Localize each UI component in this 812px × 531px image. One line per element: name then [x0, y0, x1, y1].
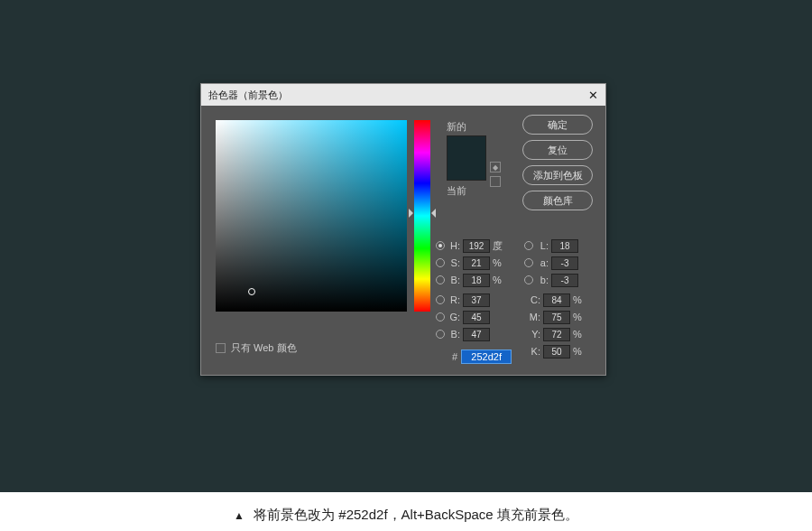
caption-text: 将前景色改为 #252d2f，Alt+BackSpace 填充前景色。: [254, 507, 578, 522]
current-color-label: 当前: [447, 184, 486, 198]
input-b-hsb[interactable]: [463, 274, 490, 287]
unit-c: %: [573, 294, 586, 305]
label-y: Y:: [524, 329, 540, 340]
color-library-button[interactable]: 颜色库: [522, 191, 593, 210]
web-only-checkbox[interactable]: [216, 343, 226, 353]
label-k: K:: [524, 346, 540, 357]
color-values-grid: H: 度 L: S: % a:: [436, 238, 593, 360]
label-a: a:: [536, 257, 549, 268]
dialog-body: 新的 当前 ◆ 确定 复位 添加到色板 颜色库 H: 度: [201, 106, 605, 375]
radio-a[interactable]: [524, 258, 533, 267]
caption: ▲ 将前景色改为 #252d2f，Alt+BackSpace 填充前景色。: [0, 507, 812, 524]
warning-icons: ◆: [490, 162, 501, 187]
label-s: S:: [448, 257, 460, 268]
input-l[interactable]: [551, 239, 578, 253]
color-picker-dialog: 拾色器（前景色） ✕ 新的 当前 ◆ 确定 复位: [200, 83, 606, 376]
hue-marker-right-icon: [431, 209, 436, 218]
hex-row: #: [452, 349, 512, 364]
unit-y: %: [573, 329, 586, 340]
saturation-brightness-field[interactable]: [216, 120, 407, 312]
radio-b-lab[interactable]: [524, 275, 533, 284]
add-to-swatches-button[interactable]: 添加到色板: [522, 165, 593, 185]
input-k[interactable]: [543, 345, 570, 359]
unit-m: %: [573, 312, 586, 322]
unit-b-hsb: %: [493, 275, 505, 285]
input-r[interactable]: [463, 293, 490, 307]
unit-s: %: [493, 257, 505, 268]
input-g[interactable]: [463, 311, 490, 324]
label-b-hsb: B:: [448, 275, 460, 285]
label-b-lab: b:: [536, 275, 549, 285]
triangle-icon: ▲: [234, 509, 245, 522]
new-color-label: 新的: [447, 120, 486, 134]
radio-l[interactable]: [524, 241, 533, 250]
input-h[interactable]: [463, 239, 490, 253]
input-c[interactable]: [543, 293, 570, 307]
unit-k: %: [573, 346, 586, 357]
radio-r[interactable]: [436, 295, 445, 304]
color-swatch-area: 新的 当前: [447, 120, 486, 198]
input-m[interactable]: [543, 311, 570, 324]
hex-input[interactable]: [461, 349, 512, 364]
web-only-option: 只有 Web 颜色: [216, 341, 297, 355]
current-color-swatch[interactable]: [448, 158, 485, 180]
input-b-rgb[interactable]: [463, 328, 490, 341]
input-b-lab[interactable]: [551, 274, 578, 287]
dialog-title: 拾色器（前景色）: [208, 88, 288, 102]
label-l: L:: [536, 240, 549, 251]
input-s[interactable]: [463, 256, 490, 270]
input-a[interactable]: [551, 256, 578, 270]
label-g: G:: [448, 312, 460, 322]
web-only-label: 只有 Web 颜色: [231, 341, 297, 355]
dialog-buttons: 确定 复位 添加到色板 颜色库: [522, 115, 593, 210]
radio-b-rgb[interactable]: [436, 330, 445, 339]
gamut-warning-icon[interactable]: ◆: [490, 162, 501, 172]
new-color-swatch[interactable]: [448, 136, 485, 158]
hue-slider[interactable]: [414, 120, 430, 312]
radio-b-hsb[interactable]: [436, 275, 445, 284]
hue-marker-left-icon: [409, 209, 413, 218]
hex-prefix: #: [452, 351, 457, 362]
titlebar: 拾色器（前景色） ✕: [201, 84, 605, 106]
radio-g[interactable]: [436, 312, 445, 321]
label-c: C:: [524, 294, 540, 305]
input-y[interactable]: [543, 328, 570, 341]
radio-s[interactable]: [436, 258, 445, 267]
label-b-rgb: B:: [448, 329, 460, 340]
radio-h[interactable]: [436, 241, 445, 250]
ok-button[interactable]: 确定: [522, 115, 593, 135]
unit-h: 度: [493, 239, 505, 253]
field-black-gradient: [216, 120, 407, 312]
reset-button[interactable]: 复位: [522, 140, 593, 160]
label-h: H:: [448, 240, 460, 251]
close-icon[interactable]: ✕: [588, 88, 598, 102]
label-m: M:: [524, 312, 540, 322]
field-cursor-icon: [248, 288, 255, 295]
label-r: R:: [448, 294, 460, 305]
websafe-warning-icon[interactable]: [490, 176, 501, 187]
color-swatch: [447, 135, 486, 181]
